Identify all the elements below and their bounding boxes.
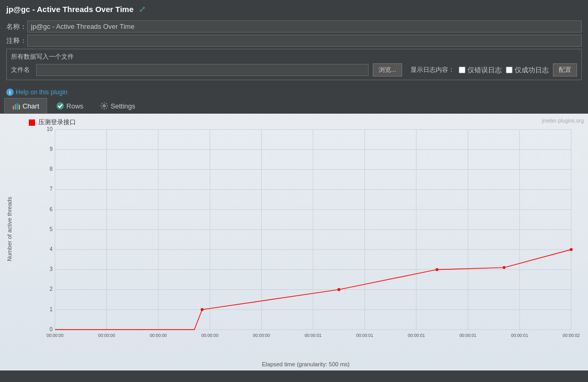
svg-point-60 [436, 268, 439, 271]
settings-tab-icon [100, 102, 108, 110]
success-log-checkbox[interactable] [506, 67, 513, 73]
svg-point-4 [57, 102, 64, 110]
svg-text:7: 7 [50, 186, 53, 192]
comment-label: 注释： [6, 36, 27, 46]
help-text: Help on this plugin [16, 89, 68, 96]
svg-text:8: 8 [50, 166, 53, 172]
svg-line-12 [106, 103, 107, 104]
expand-icon[interactable]: ⤢ [139, 4, 146, 14]
tabs-bar: Chart Rows Settings [0, 98, 588, 114]
page-title: jp@gc - Active Threads Over Time [6, 5, 134, 14]
y-axis-label-container: Number of active threads [4, 114, 15, 344]
svg-point-61 [503, 266, 506, 269]
tab-chart-label: Chart [23, 102, 39, 110]
rows-tab-icon [56, 102, 64, 110]
file-input[interactable] [36, 64, 369, 76]
chart-inner: 01234567891000:00:0000:00:0000:00:0000:0… [29, 129, 583, 344]
svg-text:00:00:00: 00:00:00 [201, 333, 218, 338]
svg-rect-0 [13, 106, 14, 110]
svg-rect-1 [15, 104, 16, 110]
y-axis-label: Number of active threads [6, 197, 13, 261]
tab-rows[interactable]: Rows [48, 98, 92, 113]
svg-point-62 [570, 248, 573, 251]
watermark: jmeter-plugins.org [542, 118, 584, 124]
success-log-group: 仅成功日志 [506, 66, 549, 75]
success-log-label: 仅成功日志 [515, 66, 549, 75]
chart-container: 压测登录接口 jmeter-plugins.org Number of acti… [0, 114, 588, 370]
comment-row: 注释： [6, 35, 582, 47]
error-log-label: 仅错误日志 [468, 66, 502, 75]
svg-line-10 [102, 103, 103, 104]
tab-chart[interactable]: Chart [4, 98, 47, 113]
svg-text:6: 6 [50, 206, 53, 212]
tab-rows-label: Rows [66, 102, 84, 110]
x-axis-label: Elapsed time (granularity: 500 ms) [262, 361, 350, 367]
name-row: 名称： [6, 20, 582, 32]
file-section-title: 所有数据写入一个文件 [11, 52, 577, 61]
legend-color-box [29, 119, 35, 126]
svg-line-11 [106, 108, 107, 109]
help-link[interactable]: i Help on this plugin [0, 86, 588, 98]
svg-point-59 [337, 288, 340, 291]
svg-text:00:00:01: 00:00:01 [408, 333, 425, 338]
svg-line-13 [102, 108, 103, 109]
name-input[interactable] [27, 20, 582, 32]
svg-text:10: 10 [47, 126, 53, 132]
svg-point-5 [103, 104, 106, 107]
svg-text:00:00:02: 00:00:02 [563, 333, 580, 338]
file-label: 文件名 [11, 66, 32, 74]
svg-text:3: 3 [50, 266, 53, 272]
title-bar: jp@gc - Active Threads Over Time ⤢ [0, 0, 588, 18]
x-axis-label-container: Elapsed time (granularity: 500 ms) [29, 360, 583, 368]
chart-legend: 压测登录接口 [29, 118, 76, 127]
error-log-checkbox[interactable] [459, 67, 465, 73]
display-options: 显示日志内容： 仅错误日志 仅成功日志 配置 [411, 63, 577, 77]
info-icon: i [6, 89, 14, 96]
name-label: 名称： [6, 22, 27, 31]
svg-text:5: 5 [50, 226, 53, 232]
file-row: 文件名 浏览... 显示日志内容： 仅错误日志 仅成功日志 配置 [11, 63, 577, 77]
svg-text:00:00:01: 00:00:01 [511, 333, 528, 338]
comment-input[interactable] [27, 35, 582, 47]
svg-point-58 [201, 308, 204, 311]
svg-text:00:00:01: 00:00:01 [356, 333, 373, 338]
legend-label: 压测登录接口 [38, 118, 76, 127]
config-button[interactable]: 配置 [553, 63, 577, 77]
svg-rect-3 [19, 105, 20, 110]
chart-tab-icon [12, 102, 20, 110]
svg-text:00:00:00: 00:00:00 [98, 333, 115, 338]
form-area: 名称： 注释： 所有数据写入一个文件 文件名 浏览... 显示日志内容： 仅错误… [0, 18, 588, 86]
svg-text:0: 0 [50, 326, 53, 332]
svg-text:2: 2 [50, 286, 53, 292]
svg-text:00:00:01: 00:00:01 [459, 333, 476, 338]
svg-text:4: 4 [50, 246, 53, 252]
svg-text:00:00:01: 00:00:01 [305, 333, 322, 338]
svg-text:00:00:00: 00:00:00 [47, 333, 64, 338]
tab-settings-label: Settings [110, 102, 135, 110]
svg-text:1: 1 [50, 307, 53, 312]
file-section: 所有数据写入一个文件 文件名 浏览... 显示日志内容： 仅错误日志 仅成功日志… [6, 49, 582, 80]
display-label: 显示日志内容： [411, 66, 454, 74]
svg-text:9: 9 [50, 146, 53, 152]
svg-rect-2 [17, 103, 18, 110]
svg-text:00:00:00: 00:00:00 [150, 333, 167, 338]
tab-settings[interactable]: Settings [92, 98, 143, 113]
error-log-group: 仅错误日志 [459, 66, 502, 75]
chart-svg: 01234567891000:00:0000:00:0000:00:0000:0… [29, 129, 583, 344]
browse-button[interactable]: 浏览... [373, 63, 402, 77]
svg-text:00:00:00: 00:00:00 [253, 333, 270, 338]
